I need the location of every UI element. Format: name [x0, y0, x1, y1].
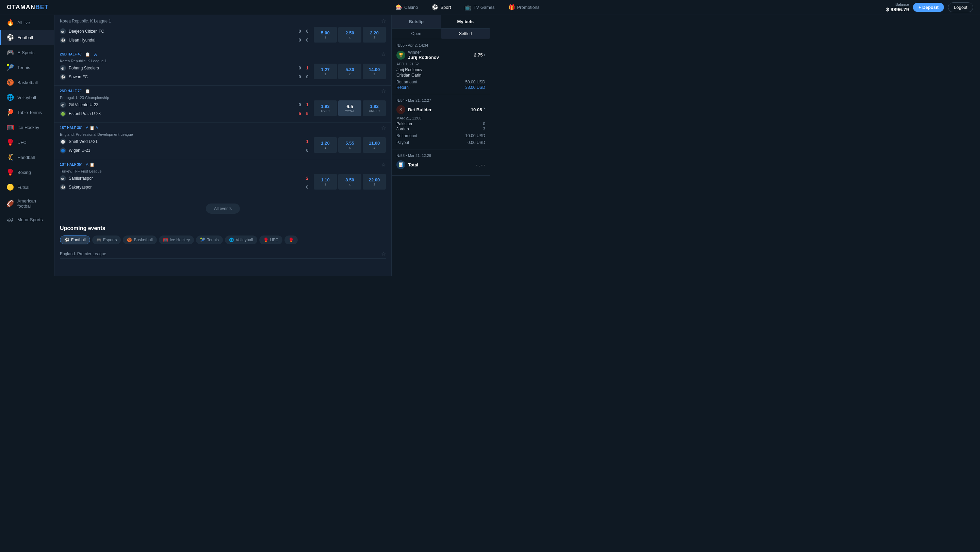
volleyball-icon: 🌐	[6, 94, 14, 101]
bet-outcome-54: Bet Builder	[408, 107, 431, 112]
odd-button-2-3[interactable]: 14.00 2	[363, 64, 386, 79]
bet-info-54: Bet Builder	[408, 107, 431, 112]
ice-hockey-icon: 🥅	[6, 124, 14, 131]
upcoming-favorite-button[interactable]: ☆	[381, 250, 386, 257]
upcoming-tab-football[interactable]: ⚽ Football	[60, 235, 90, 244]
sidebar-item-table-tennis[interactable]: 🏓 Table Tennis	[0, 105, 54, 120]
upcoming-tab-ice-hockey[interactable]: 🥅 Ice Hockey	[159, 235, 194, 244]
odd-value-3-2: 6.5	[347, 104, 353, 109]
team-score-2-2a: 0	[298, 75, 302, 79]
my-bets-tab[interactable]: My bets	[441, 15, 490, 28]
bet-return-label-55: Return	[396, 85, 409, 90]
sidebar-item-tennis[interactable]: 🎾 Tennis	[0, 60, 54, 75]
upcoming-title: Upcoming events	[60, 225, 386, 231]
favorite-button-4[interactable]: ☆	[381, 124, 386, 131]
sidebar-item-all-live[interactable]: 🔥 All live	[0, 15, 54, 30]
sidebar-item-esports[interactable]: 🎮 E-Sports	[0, 45, 54, 60]
odd-button-4-2[interactable]: 5.55 x	[338, 137, 361, 153]
bet-return-value-55: 38.00 USD	[465, 85, 485, 90]
league-header-1: Korea Republic. K League 1 ☆	[54, 15, 391, 27]
sidebar-label-american-football: American football	[18, 199, 49, 208]
sidebar-item-american-football[interactable]: 🏈 American football	[0, 195, 54, 212]
team-row-4-1: ⚪ Sheff Wed U-21 1	[60, 137, 310, 146]
bet-odds-value-53: - . - -	[476, 162, 485, 167]
odd-button-1-1[interactable]: 5.00 1	[314, 27, 337, 43]
table-tennis-icon: 🏓	[6, 108, 14, 116]
odd-button-2-2[interactable]: 5.30 x	[338, 64, 361, 79]
bet-amount-value-54: 10.00 USD	[465, 134, 485, 138]
sidebar-item-volleyball[interactable]: 🌐 Volleyball	[0, 90, 54, 105]
sidebar-item-basketball[interactable]: 🏀 Basketball	[0, 75, 54, 90]
match-teams-1: 🏟 Daejeon Citizen FC 0 0 ⚽ Ulsan Hyundai…	[54, 27, 391, 47]
match-block-4: 1ST HALF 36' A 📋 A ☆ England. Profession…	[54, 122, 391, 159]
upcoming-tab-tennis[interactable]: 🎾 Tennis	[196, 235, 223, 244]
team-row-2-2: ⚽ Suwon FC 0 0	[60, 73, 310, 81]
upcoming-tab-ufc[interactable]: 🥊 UFC	[259, 235, 283, 244]
odd-value-5-3: 22.00	[369, 177, 380, 182]
odd-value-4-2: 5.55	[345, 140, 354, 146]
bet-type-icon-54: ✕	[396, 105, 405, 114]
odd-button-3-1[interactable]: 1.93 OVER	[314, 100, 337, 116]
sidebar-item-boxing[interactable]: 🥊 Boxing	[0, 165, 54, 180]
betslip-tab[interactable]: Betslip	[392, 15, 441, 28]
all-events-button[interactable]: All events	[206, 204, 240, 214]
bet-type-icon-55: 🏆	[396, 51, 405, 60]
bet-date-54: Mar 21, 12:27	[408, 99, 431, 102]
open-tab[interactable]: Open	[392, 29, 441, 39]
bet-odds-55: 2.75 ›	[474, 52, 485, 57]
favorite-button-5[interactable]: ☆	[381, 161, 386, 168]
odd-button-1-3[interactable]: 2.20 2	[363, 27, 386, 43]
nav-sport[interactable]: ⚽ Sport	[429, 3, 453, 12]
upcoming-tab-basketball[interactable]: 🏀 Basketball	[123, 235, 156, 244]
team-row-1-1: 🏟 Daejeon Citizen FC 0 0	[60, 27, 310, 36]
odd-label-1-1: 1	[324, 36, 326, 39]
team-score-1-1: 0	[298, 29, 302, 34]
team-score-4-2: 0	[305, 148, 310, 153]
odd-label-5-1: 1	[324, 183, 326, 186]
odd-button-2-1[interactable]: 1.27 1	[314, 64, 337, 79]
upcoming-tab-tennis-label: Tennis	[207, 237, 219, 242]
favorite-button-3[interactable]: ☆	[381, 88, 386, 94]
odd-button-4-3[interactable]: 11.00 2	[363, 137, 386, 153]
sidebar-item-football[interactable]: ⚽ Football	[0, 30, 54, 45]
odd-button-5-1[interactable]: 1.10 1	[314, 174, 337, 189]
sidebar-label-all-live: All live	[18, 20, 30, 25]
sidebar-item-handball[interactable]: 🤾 Handball	[0, 150, 54, 165]
american-football-icon: 🏈	[6, 200, 14, 207]
icons-5: A 📋	[86, 162, 95, 167]
sidebar-item-ice-hockey[interactable]: 🥅 Ice Hockey	[0, 120, 54, 135]
sport-icon: ⚽	[431, 4, 438, 11]
nav-casino[interactable]: 🎰 Casino	[393, 3, 421, 12]
upcoming-tab-more[interactable]: 🥊	[285, 235, 298, 244]
upcoming-tab-volleyball-icon: 🌐	[229, 237, 234, 242]
team-name-4-2: Wigan U-21	[69, 148, 302, 153]
match-block-1: Korea Republic. K League 1 ☆ 🏟 Daejeon C…	[54, 15, 391, 49]
favorite-button-1[interactable]: ☆	[381, 18, 386, 24]
sidebar-item-motor-sports[interactable]: 🏎 Motor Sports	[0, 212, 54, 227]
odd-button-3-2[interactable]: 6.5 TOTAL	[338, 100, 361, 116]
bet-number-53: №53	[396, 153, 404, 157]
nav-tv-games[interactable]: 📺 TV Games	[462, 3, 490, 12]
upcoming-tab-esports[interactable]: 🎮 Esports	[92, 235, 121, 244]
logo[interactable]: OTAMANBET	[7, 4, 49, 11]
bet-payout-label-54: Payout	[396, 140, 409, 145]
settled-tab[interactable]: Settled	[441, 29, 490, 39]
odd-button-5-3[interactable]: 22.00 2	[363, 174, 386, 189]
odd-button-3-3[interactable]: 1.82 UNDER	[363, 100, 386, 116]
team-name-3-2: Estoril Praia U-23	[69, 111, 295, 116]
sidebar-label-futsal: Futsal	[18, 185, 29, 190]
all-events-container: All events	[54, 196, 391, 221]
half-badge-2: 2ND HALF 48'	[60, 52, 82, 56]
main-content: Korea Republic. K League 1 ☆ 🏟 Daejeon C…	[54, 15, 391, 276]
sidebar-item-futsal[interactable]: 🟡 Futsal	[0, 180, 54, 195]
sidebar-label-volleyball: Volleyball	[18, 95, 36, 100]
favorite-button-2[interactable]: ☆	[381, 51, 386, 57]
odd-button-5-2[interactable]: 8.50 x	[338, 174, 361, 189]
sidebar-item-ufc[interactable]: 🥊 UFC	[0, 135, 54, 150]
bet-id-date-53: №53 • Mar 21, 12:26	[396, 153, 485, 157]
bet-odds-54: 10.05 ˅	[471, 107, 485, 112]
odd-button-4-1[interactable]: 1.20 1	[314, 137, 337, 153]
upcoming-tab-volleyball-label: Volleyball	[236, 237, 253, 242]
odd-button-1-2[interactable]: 2.50 x	[338, 27, 361, 43]
upcoming-tab-volleyball[interactable]: 🌐 Volleyball	[225, 235, 257, 244]
